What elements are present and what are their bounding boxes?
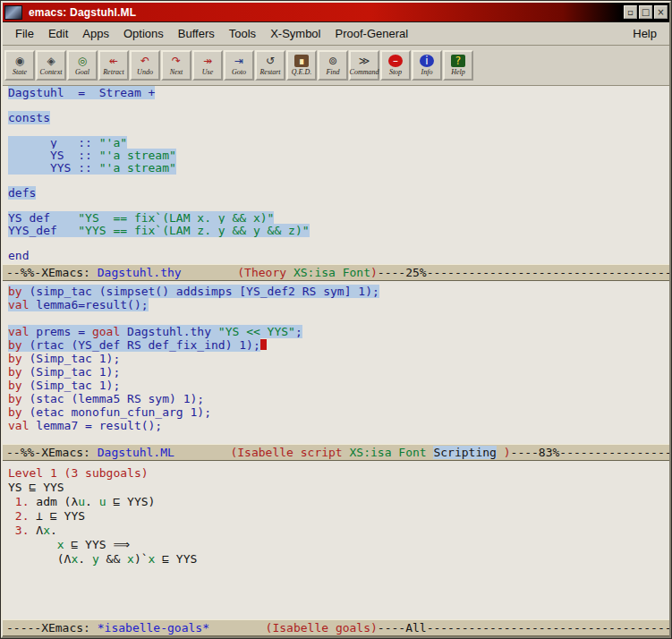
text-segment: (Λ: [8, 552, 71, 566]
text-segment: YS ::: [8, 149, 99, 162]
buffer-line: [8, 237, 669, 250]
text-segment: goal: [92, 325, 127, 338]
toolbar-button-label: Q.E.D.: [292, 68, 311, 76]
toolbar-button-context[interactable]: ◈Context: [36, 50, 66, 81]
text-segment: adm (λ: [36, 495, 78, 508]
text-segment: u: [78, 495, 85, 508]
buffer-line: by (Simp_tac 1);: [8, 352, 669, 365]
toolbar-button-goal[interactable]: ◎Goal: [67, 50, 98, 81]
toolbar-button-q-e-d[interactable]: ∎Q.E.D.: [286, 50, 317, 81]
text-segment: ): [504, 446, 511, 459]
text-segment: ----All---------------------------------…: [378, 621, 669, 635]
text-segment: Dagstuhl.thy: [127, 325, 218, 338]
buffer-line: YYS_def "YYS == fix`(LAM z. y && y && z)…: [8, 225, 669, 237]
text-segment: --%%-XEmacs:: [6, 266, 98, 279]
menu-apps[interactable]: Apps: [75, 24, 116, 43]
text-segment: x: [43, 524, 50, 537]
buffer-line: x ⊑ YYS ⟹: [8, 538, 669, 552]
text-segment: [8, 538, 57, 551]
menu-x-symbol[interactable]: X-Symbol: [263, 24, 327, 43]
toolbar-button-goto[interactable]: ⇥Goto: [224, 50, 254, 81]
text-segment: by: [8, 379, 29, 392]
menu-tools[interactable]: Tools: [222, 24, 263, 43]
toolbar-button-label: Undo: [137, 68, 153, 76]
retract-icon: ↞: [106, 55, 121, 67]
text-segment: by: [8, 365, 29, 379]
command-icon: ≫: [357, 55, 371, 67]
stop-icon: –: [388, 55, 403, 67]
menu-proof-general[interactable]: Proof-General: [327, 24, 415, 43]
title-bar[interactable]: emacs: Dagstuhl.ML ▫ □ ×: [3, 3, 669, 22]
modeline-goals: -----XEmacs: *isabelle-goals* (Isabelle …: [3, 619, 669, 636]
buffer-line: YS ⊑ YYS: [8, 481, 669, 495]
text-segment: ⊑ YYS: [155, 552, 197, 566]
text-cursor: [260, 339, 267, 350]
toolbar-button-command[interactable]: ≫Command: [349, 50, 379, 81]
text-segment: (Isabelle script: [230, 446, 349, 459]
script-buffer[interactable]: by (simp_tac (simpset() addsimps [YS_def…: [3, 281, 669, 444]
text-segment: ⊥ ⊑ YYS: [36, 509, 85, 523]
menu-buffers[interactable]: Buffers: [171, 24, 222, 43]
buffer-line: YYS :: "'a stream": [8, 162, 669, 175]
toolbar-button-info[interactable]: iInfo: [412, 50, 442, 81]
text-segment: (Isabelle goals): [266, 621, 378, 635]
toolbar-button-restart[interactable]: ↺Restart: [255, 50, 285, 81]
toolbar-button-label: Stop: [389, 68, 402, 76]
text-segment: 2.: [8, 509, 36, 523]
text-segment: "'a stream": [99, 149, 176, 162]
goals-buffer[interactable]: Level 1 (3 subgoals)YS ⊑ YYS 1. adm (λu.…: [3, 461, 669, 619]
buffer-line: 2. ⊥ ⊑ YYS: [8, 509, 669, 524]
buffer-line: --%%-XEmacs: Dagstuhl.thy (Theory XS:isa…: [6, 265, 669, 280]
text-segment: [174, 446, 231, 459]
toolbar-button-find[interactable]: ⊚Find: [318, 50, 348, 81]
toolbar-button-label: Goal: [75, 68, 89, 76]
text-segment: 3.: [8, 524, 36, 537]
goto-icon: ⇥: [232, 55, 246, 67]
window-menu-icon[interactable]: [4, 5, 22, 20]
goal-icon: ◎: [75, 55, 89, 67]
text-segment: YS_def: [8, 211, 78, 225]
xemacs-window: emacs: Dagstuhl.ML ▫ □ × FileEditAppsOpt…: [0, 0, 672, 639]
text-segment: XS:isa Font: [293, 266, 370, 279]
use-icon: ↠: [200, 55, 215, 67]
toolbar-button-label: State: [13, 68, 27, 76]
buffer-line: [8, 99, 669, 112]
buffer-line: defs: [8, 187, 669, 200]
theory-buffer[interactable]: Dagstuhl = Stream + consts y :: "'a" YS …: [3, 86, 669, 264]
toolbar-button-retract[interactable]: ↞Retract: [98, 50, 129, 81]
text-segment: "YS == fix`(LAM x. y && x)": [78, 211, 274, 225]
text-segment: Level 1 (3 subgoals): [8, 466, 149, 480]
text-segment: ;: [295, 325, 302, 338]
find-icon: ⊚: [326, 55, 340, 67]
text-segment: val: [8, 419, 36, 432]
text-segment: .: [85, 495, 99, 508]
toolbar-button-help[interactable]: ?Help: [443, 50, 473, 81]
buffer-line: 3. Λx.: [8, 524, 669, 538]
toolbar-button-label: Restart: [259, 68, 280, 76]
close-icon[interactable]: ×: [654, 5, 668, 19]
text-segment: y: [92, 552, 99, 566]
minimize-icon[interactable]: ▫: [624, 5, 637, 19]
maximize-icon[interactable]: □: [639, 5, 652, 19]
toolbar-button-label: Help: [451, 68, 465, 76]
text-segment: by: [8, 338, 29, 352]
toolbar-button-undo[interactable]: ↶Undo: [130, 50, 160, 81]
buffer-line: end: [8, 250, 669, 262]
buffer-line: y :: "'a": [8, 137, 669, 149]
text-segment: defs: [8, 186, 36, 200]
buffer-line: Level 1 (3 subgoals): [8, 466, 669, 481]
text-segment: consts: [8, 111, 50, 124]
window-frame: emacs: Dagstuhl.ML ▫ □ × FileEditAppsOpt…: [1, 1, 671, 638]
toolbar-button-stop[interactable]: –Stop: [380, 50, 411, 81]
toolbar-button-next[interactable]: ↷Next: [161, 50, 191, 81]
menu-edit[interactable]: Edit: [41, 24, 75, 43]
menu-options[interactable]: Options: [116, 24, 171, 43]
toolbar-button-state[interactable]: ◉State: [4, 50, 35, 81]
menu-help[interactable]: Help: [625, 24, 664, 43]
menu-file[interactable]: File: [8, 24, 41, 43]
text-segment: XS:isa Font: [350, 446, 434, 459]
buffer-line: [8, 124, 669, 137]
toolbar-button-use[interactable]: ↠Use: [192, 50, 223, 81]
text-segment: YS ⊑ YYS: [8, 481, 64, 494]
text-segment: ⊑ YYS ⟹: [64, 538, 130, 551]
